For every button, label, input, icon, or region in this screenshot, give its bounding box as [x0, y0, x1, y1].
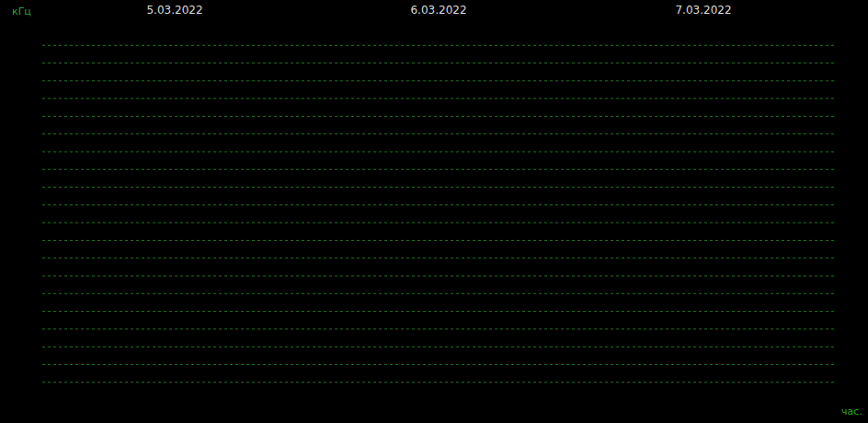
x-axis-unit-label: час. — [841, 406, 862, 417]
date-label-day1: 5.03.2022 — [146, 4, 202, 17]
date-label-day2: 6.03.2022 — [410, 4, 466, 17]
ionogram-chart-window: кГц 5.03.2022 6.03.2022 7.03.2022 час. — [0, 0, 868, 423]
date-label-day3: 7.03.2022 — [675, 4, 731, 17]
plot-area — [0, 0, 868, 423]
y-axis-unit-label: кГц — [12, 6, 31, 17]
